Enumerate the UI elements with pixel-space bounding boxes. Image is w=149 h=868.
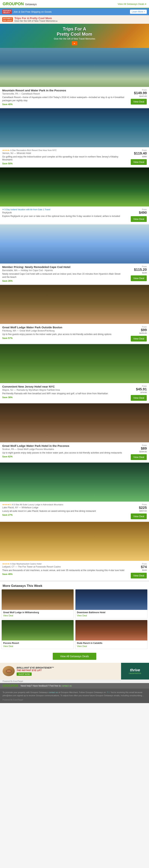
ad-subtitle: THE INSTANT EYE LIFT (17, 669, 54, 672)
deal-card-3: ✈ 5-Day Iceland Vacation with Air from G… (0, 167, 149, 224)
deal-save-9: Save 49% (2, 573, 124, 576)
deal-price-5: $99 (141, 328, 147, 332)
deal-stars-2: ★★★★ 4-Star Recreation-Rich Resort One H… (2, 149, 124, 152)
deal-image-5 (0, 285, 149, 324)
deal-orig-6: $73.50 (141, 391, 147, 394)
deal-btn-9[interactable]: View Deal (131, 573, 147, 579)
deal-price-col-7: From $89 $234.00 View Deal (126, 444, 147, 460)
deal-btn-1[interactable]: View Deal (131, 99, 147, 104)
thrive-logo: thrive (130, 668, 140, 672)
deal-location-5: Fitchburg, MA — Great Wolf Lodge Boston/… (2, 330, 124, 332)
deal-btn-2[interactable]: View Deal (131, 159, 147, 165)
more-section-title: More Getaways This Week (0, 582, 149, 589)
mini-link-1[interactable]: View Deal (3, 614, 72, 617)
mothers-badge: MOTHER'SDAY SHOP (2, 17, 13, 22)
deal-btn-3[interactable]: View Deal (131, 216, 147, 222)
deal-body-8: ★★★★½ 4.5-Star All-Suite Luxury Lodge in… (0, 502, 149, 521)
deal-price-4: $115.20 (134, 268, 147, 272)
deal-location-6: Wayne, NJ — Ramada by Wyndham Wayne Fair… (2, 389, 124, 391)
deal-body-1: Mountain Resort and Water Park in the Po… (0, 87, 149, 107)
deal-orig-8: $307.56 (139, 510, 147, 512)
deal-price-col-5: From $99 $229.95 View Deal (126, 326, 147, 342)
view-all-deals-link[interactable]: View All Getaways Deals (118, 3, 144, 5)
contact-link[interactable]: contact us (61, 684, 72, 687)
deal-info-3: ✈ 5-Day Iceland Vacation with Air from G… (2, 208, 124, 218)
deal-orig-5: $229.95 (139, 332, 147, 334)
footer-disclaimer: To promote your property with Groupon Ge… (3, 691, 146, 698)
footer-help-bar: GROUPON Need help? Have feedback? Feel f… (0, 683, 149, 689)
help-text: Need help? Have feedback? Feel free to (21, 684, 61, 687)
deal-from-6: From (142, 385, 147, 387)
footer-contact-link[interactable]: contact us (48, 691, 58, 693)
deal-location-7: Scotrun, PA — Great Wolf Lodge Pocono Mo… (2, 448, 124, 451)
deal-btn-7[interactable]: View Deal (131, 454, 147, 460)
deal-desc-1: Camelback Resort—home of Aquatopia voted… (2, 96, 124, 102)
deal-body-9: ★★★★ 4-Star Mashantucket Casino Hotel Le… (0, 561, 149, 580)
mini-link-3[interactable]: View Deal (3, 645, 72, 648)
logo-groupon: GROUPON (3, 1, 24, 6)
thrive-tagline: causemetics (129, 672, 141, 674)
header-nav[interactable]: View All Getaways Deals ▸ (118, 3, 146, 5)
footer-powered: Powered By ExactTarget (3, 699, 146, 701)
mini-card-2: Downtown Baltimore Hotel View Deal (75, 589, 148, 618)
deal-orig-1: $247.09 (139, 95, 147, 97)
deal-save-8: Save 27% (2, 514, 124, 516)
mothers-day-banner: MOTHER'SDAY SHOP Trips For A Pretty Cool… (0, 15, 149, 24)
deal-location-3: Reykjavik (2, 211, 124, 214)
eye-icon (3, 666, 15, 676)
deal-body-7: Great Wolf Lodge Water Park Hotel in the… (0, 442, 149, 462)
deal-stars-8: ★★★★½ 4.5-Star All-Suite Luxury Lodge in… (2, 503, 124, 506)
deal-price-col-6: From $45.91 $73.50 View Deal (126, 385, 147, 401)
deal-desc-6: Pet-friendly Ramada with free breakfast … (2, 392, 124, 395)
deal-price-col-8: From $225 $307.56 View Deal (126, 503, 147, 519)
mothers-title: Trips For A Pretty Cool Mom (14, 17, 57, 20)
deal-price-2: $119.40 (134, 151, 147, 155)
ad-shop-button[interactable]: SHOP NOW (17, 673, 32, 676)
deal-price-8: $225 (139, 506, 147, 510)
deal-location-4: Barnstable, MA — Holiday Inn Cape Cod - … (2, 269, 124, 272)
mini-image-2 (75, 589, 147, 610)
deal-body-6: Convenient New Jersey Hotel near NYC Way… (0, 383, 149, 403)
deal-save-5: Save 57% (2, 337, 124, 339)
deal-save-4: Save 26% (2, 280, 124, 282)
deal-save-6: Save 38% (2, 396, 124, 399)
deal-body-4: Member Pricing: Newly Remodeled Cape Cod… (0, 264, 149, 284)
learn-more-button[interactable]: Learn More > (130, 10, 147, 14)
deal-btn-8[interactable]: View Deal (131, 514, 147, 519)
social-icons: f t (107, 691, 110, 693)
mini-link-2[interactable]: View Deal (77, 614, 146, 617)
mothers-subtitle: Give Her the Gift of New Travel Memories… (14, 20, 57, 22)
hero-cta-button[interactable]: ▸ (72, 41, 77, 45)
deal-title-7: Great Wolf Lodge Water Park Hotel in the… (2, 444, 124, 447)
deal-image-7 (0, 403, 149, 442)
hero-banner[interactable]: Trips For APretty Cool Mom Give Her the … (0, 24, 149, 48)
shipping-text: Join & Get Free Shipping on Goods (14, 10, 52, 13)
mini-title-4: Dude Ranch in Catskills (77, 642, 146, 644)
deal-title-4: Member Pricing: Newly Remodeled Cape Cod… (2, 266, 124, 269)
deal-title-5: Great Wolf Lodge Water Park Outside Bost… (2, 326, 124, 329)
view-all-button[interactable]: View All Getaways Deals (53, 653, 97, 660)
shipping-banner: EDITOR'SSELECT Join & Get Free Shipping … (0, 8, 149, 15)
deal-btn-4[interactable]: View Deal (131, 275, 147, 281)
site-footer: To promote your property with Groupon Ge… (0, 689, 149, 703)
facebook-icon: f (107, 691, 108, 693)
ad-right: thrive causemetics (121, 663, 149, 680)
deal-info-6: Convenient New Jersey Hotel near NYC Way… (2, 385, 124, 399)
deal-price-col-4: From $115.20 $144 View Deal (126, 266, 147, 281)
ad-banner: BRILLIANT EYE BRIGHTENER™ THE INSTANT EY… (0, 663, 149, 680)
deal-btn-5[interactable]: View Deal (131, 336, 147, 342)
deal-price-6: $45.91 (136, 387, 147, 391)
deal-location-9: Ledyard, CT — The Fox Tower at Foxwoods … (2, 565, 124, 568)
deal-save-7: Save 62% (2, 455, 124, 458)
deal-from-3: From (142, 208, 147, 211)
deal-info-7: Great Wolf Lodge Water Park Hotel in the… (2, 444, 124, 458)
deal-card-2: ★★★★ 4-Star Recreation-Rich Resort One H… (0, 108, 149, 168)
nav-arrow-icon: ▸ (145, 3, 146, 5)
deal-desc-9: There are thousands of slot machines, a … (2, 569, 124, 572)
mini-image-3 (2, 620, 74, 641)
deal-btn-6[interactable]: View Deal (131, 395, 147, 401)
deal-location-8: Lake Placid, NY — Whiteface Lodge (2, 506, 124, 509)
logo-getaways: Getaways (25, 3, 37, 6)
deal-from-7: From (142, 444, 147, 446)
mini-link-4[interactable]: View Deal (77, 645, 146, 648)
